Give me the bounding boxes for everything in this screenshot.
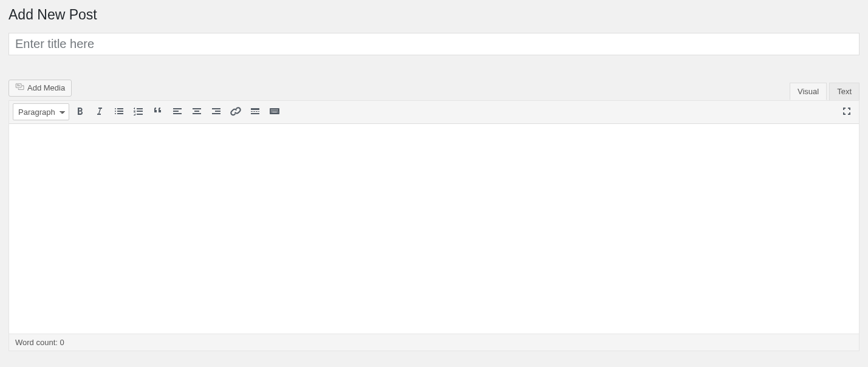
editor-toolbar: Paragraph bbox=[9, 101, 859, 124]
toolbar-toggle-button[interactable] bbox=[266, 103, 283, 120]
blockquote-icon bbox=[152, 105, 164, 119]
numbered-list-icon bbox=[132, 105, 145, 119]
keyboard-icon bbox=[268, 105, 281, 119]
insert-more-button[interactable] bbox=[247, 103, 264, 120]
bold-button[interactable] bbox=[72, 103, 89, 120]
italic-icon bbox=[94, 105, 106, 119]
tab-text[interactable]: Text bbox=[829, 83, 859, 100]
fullscreen-icon bbox=[841, 105, 853, 119]
status-bar: Word count: 0 bbox=[9, 334, 859, 351]
editor-box: Paragraph bbox=[9, 100, 859, 351]
tab-visual[interactable]: Visual bbox=[790, 83, 827, 100]
bullet-list-button[interactable] bbox=[111, 103, 128, 120]
align-right-icon bbox=[210, 105, 222, 119]
bullet-list-icon bbox=[113, 105, 125, 119]
align-left-icon bbox=[171, 105, 183, 119]
add-media-label: Add Media bbox=[27, 83, 65, 92]
readmore-icon bbox=[249, 105, 261, 119]
blockquote-button[interactable] bbox=[149, 103, 166, 120]
word-count-value: 0 bbox=[60, 338, 64, 347]
media-icon bbox=[15, 82, 25, 94]
align-center-icon bbox=[191, 105, 203, 119]
editor-wrap: Add Media Visual Text Paragraph bbox=[9, 80, 859, 351]
editor-tabs: Visual Text bbox=[787, 83, 859, 100]
format-select[interactable]: Paragraph bbox=[13, 103, 69, 120]
numbered-list-button[interactable] bbox=[130, 103, 147, 120]
word-count-label: Word count: bbox=[15, 338, 60, 347]
post-content-editor[interactable] bbox=[9, 124, 859, 334]
add-media-button[interactable]: Add Media bbox=[9, 80, 72, 97]
page-title: Add New Post bbox=[9, 6, 859, 24]
align-center-button[interactable] bbox=[188, 103, 205, 120]
insert-link-button[interactable] bbox=[227, 103, 244, 120]
bold-icon bbox=[74, 105, 86, 119]
link-icon bbox=[230, 105, 242, 119]
italic-button[interactable] bbox=[91, 103, 108, 120]
align-right-button[interactable] bbox=[208, 103, 225, 120]
align-left-button[interactable] bbox=[169, 103, 186, 120]
media-row: Add Media Visual Text bbox=[9, 80, 859, 100]
fullscreen-button[interactable] bbox=[838, 103, 855, 120]
post-title-input[interactable] bbox=[9, 33, 859, 55]
